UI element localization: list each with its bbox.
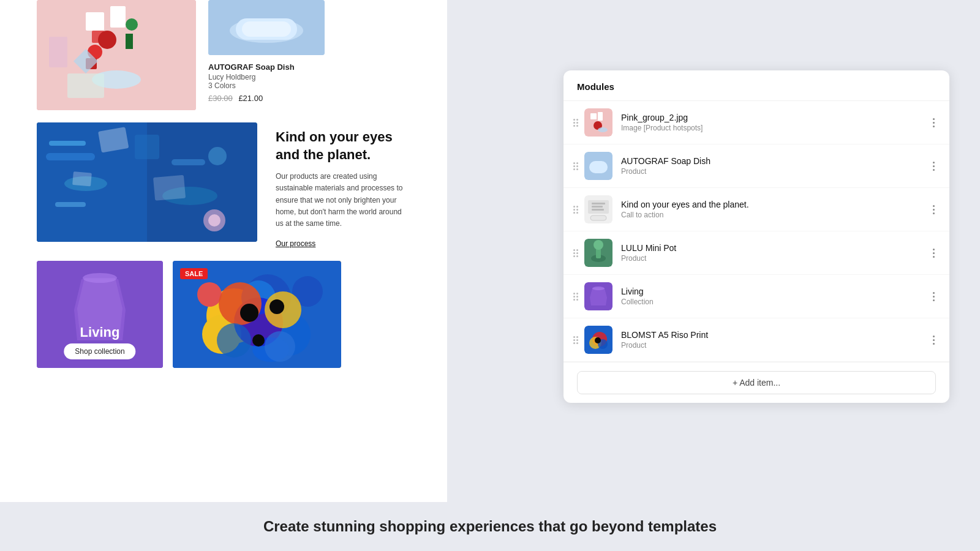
menu-dot [933,126,935,127]
module-thumbnail [584,152,612,180]
module-info: AUTOGRAF Soap Dish Product [621,156,928,176]
module-list: Pink_group_2.jpg Image [Product hotspots… [564,101,949,362]
menu-dot [933,209,935,211]
price-old: £30.00 [208,94,233,103]
svg-point-41 [197,282,222,307]
product-left-image [37,0,196,110]
module-thumbnail [584,326,612,354]
module-type: Product [621,341,928,350]
module-name: Pink_group_2.jpg [621,113,928,122]
module-thumbnail [584,195,612,223]
svg-rect-23 [172,159,205,165]
product-info: AUTOGRAF Soap Dish Lucy Holdberg 3 Color… [208,62,325,103]
product-right-section: AUTOGRAF Soap Dish Lucy Holdberg 3 Color… [208,0,325,110]
module-thumbnail [584,239,612,267]
svg-rect-18 [49,141,86,146]
svg-point-55 [598,127,608,132]
product-shapes-svg [37,0,196,110]
drag-handle[interactable] [573,162,578,170]
svg-point-74 [595,337,601,343]
svg-point-50 [252,334,265,347]
svg-rect-19 [46,153,95,160]
module-menu-button[interactable] [928,246,940,260]
svg-rect-11 [49,37,67,67]
module-item[interactable]: Pink_group_2.jpg Image [Product hotspots… [564,101,949,144]
sale-card: SALE [173,261,341,368]
module-type: Product [621,167,928,176]
svg-point-69 [592,287,605,290]
module-item[interactable]: LULU Mini Pot Product [564,231,949,275]
module-name: BLOMST A5 Riso Print [621,330,928,340]
svg-point-7 [126,18,138,31]
module-thumbnail [584,282,612,310]
menu-dot [933,252,935,254]
drag-handle[interactable] [573,293,578,301]
svg-point-48 [240,304,258,322]
svg-rect-1 [86,12,104,31]
drag-handle[interactable] [573,336,578,344]
drag-handle[interactable] [573,206,578,214]
svg-rect-52 [590,113,597,119]
menu-dot [933,343,935,345]
collection-section: Living Shop collection [0,261,447,368]
svg-rect-8 [126,34,133,49]
shop-collection-button[interactable]: Shop collection [64,343,135,359]
module-menu-button[interactable] [928,116,940,130]
module-type: Call to action [621,211,928,219]
sale-badge: SALE [180,268,208,279]
menu-dot [933,335,935,337]
svg-point-67 [594,240,603,250]
living-collection-card: Living Shop collection [37,261,163,368]
module-type: Collection [621,298,928,306]
menu-dot [933,292,935,294]
svg-point-46 [217,323,251,358]
module-info: BLOMST A5 Riso Print Product [621,330,928,350]
menu-dot [933,118,935,120]
svg-rect-25 [208,147,227,165]
soap-dish-image [208,0,325,55]
drag-handle[interactable] [573,119,578,127]
module-info: Pink_group_2.jpg Image [Product hotspots… [621,113,928,132]
svg-rect-63 [590,216,606,220]
menu-dot [933,212,935,214]
module-type: Product [621,254,928,263]
module-name: AUTOGRAF Soap Dish [621,156,928,166]
menu-dot [933,249,935,250]
module-menu-button[interactable] [928,159,940,173]
module-item[interactable]: Kind on your eyes and the planet. Call t… [564,188,949,231]
module-info: Kind on your eyes and the planet. Call t… [621,200,928,219]
product-price: £30.00 £21.00 [208,94,325,103]
module-item[interactable]: Living Collection [564,275,949,318]
module-menu-button[interactable] [928,333,940,347]
svg-rect-28 [153,175,186,201]
module-thumbnail [584,108,612,137]
modules-panel: Modules Pink_group_2.jpg Image [Product … [564,70,949,403]
modules-header: Modules [564,70,949,101]
product-colors: 3 Colors [208,81,325,90]
soap-dish-svg [208,0,325,55]
menu-dot [933,299,935,301]
module-item[interactable]: BLOMST A5 Riso Print Product [564,318,949,362]
module-name: Living [621,287,928,296]
module-item[interactable]: AUTOGRAF Soap Dish Product [564,144,949,188]
our-process-link[interactable]: Our process [276,239,315,248]
drag-handle[interactable] [573,249,578,257]
svg-rect-10 [67,73,104,98]
menu-dot [933,165,935,167]
cta-image-svg [37,122,257,242]
svg-rect-22 [135,135,159,159]
add-item-row[interactable]: + Add item... [564,362,949,403]
svg-rect-57 [589,161,608,173]
add-item-button[interactable]: + Add item... [577,371,936,394]
module-info: LULU Mini Pot Product [621,243,928,263]
menu-dot [933,205,935,207]
module-info: Living Collection [621,287,928,306]
svg-rect-61 [592,206,603,208]
module-menu-button[interactable] [928,203,940,217]
product-title: AUTOGRAF Soap Dish [208,62,325,72]
svg-point-47 [265,331,295,362]
modules-panel-title: Modules [577,81,936,92]
menu-dot [933,122,935,124]
svg-rect-2 [110,6,126,28]
module-menu-button[interactable] [928,290,940,304]
